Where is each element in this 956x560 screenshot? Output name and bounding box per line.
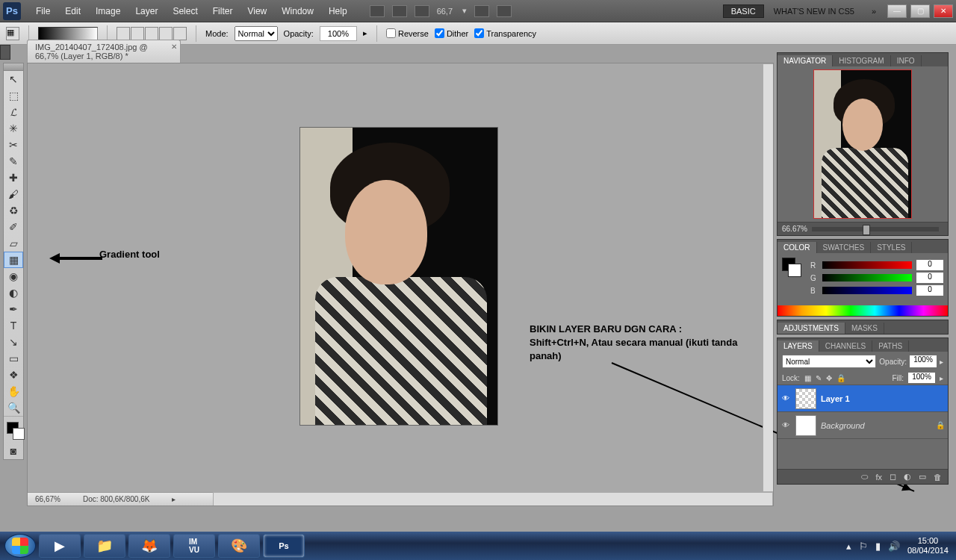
tool-shape[interactable]: ▭ [4,350,23,367]
tab-info[interactable]: INFO [891,55,922,66]
b-slider[interactable] [822,287,912,294]
layer-opacity-flyout-icon[interactable]: ▸ [940,358,943,366]
whats-new-button[interactable]: WHAT'S NEW IN CS5 [766,7,862,16]
tool-wand[interactable]: ✳ [4,120,23,137]
tool-gradient[interactable]: ▦ [4,252,23,268]
tool-pen[interactable]: ✒ [4,301,23,317]
lock-image-icon[interactable]: ✎ [816,374,822,382]
status-flyout-icon[interactable]: ▸ [172,495,176,503]
taskbar-firefox[interactable]: 🦊 [128,534,170,558]
tool-eraser[interactable]: ▱ [4,235,23,252]
b-value[interactable]: 0 [916,285,943,296]
layer-thumbnail[interactable] [795,415,816,436]
g-slider[interactable] [822,274,912,281]
tool-lasso[interactable]: 𝓛 [4,104,23,120]
menu-edit[interactable]: Edit [58,6,88,16]
opacity-field[interactable]: 100% [320,26,357,41]
canvas-image[interactable] [299,127,498,426]
view-extras-icon[interactable] [415,5,429,17]
launch-minibridge-icon[interactable] [392,5,407,17]
layer-opacity-field[interactable]: 100% [910,355,937,367]
gradient-angle-icon[interactable] [145,27,158,40]
horizontal-scrollbar[interactable] [213,492,773,505]
tool-zoom[interactable]: 🔍 [4,399,23,416]
tool-blur[interactable]: ◉ [4,268,23,284]
tool-dodge[interactable]: ◐ [4,284,23,301]
tray-action-icon[interactable]: ⚐ [859,541,868,552]
dither-checkbox[interactable]: Dither [435,28,468,38]
lock-all-icon[interactable]: 🔒 [836,374,845,382]
tool-heal[interactable]: ✚ [4,169,23,186]
tool-path[interactable]: ↘ [4,334,23,350]
gradient-preview[interactable] [38,27,98,40]
tool-type[interactable]: T [4,317,23,334]
delete-layer-icon[interactable]: 🗑 [934,473,942,482]
arrange-docs-icon[interactable] [474,5,489,17]
tool-crop[interactable]: ✂ [4,137,23,153]
status-zoom[interactable]: 66,67% [35,495,60,503]
menu-file[interactable]: File [28,6,58,16]
tab-masks[interactable]: MASKS [845,323,884,334]
visibility-icon[interactable]: 👁 [780,394,791,402]
taskbar-imvu[interactable]: IMVU [173,534,215,558]
layer-mask-icon[interactable]: ◻ [890,472,896,482]
menu-layer[interactable]: Layer [128,6,165,16]
tool-marquee[interactable]: ⬚ [4,87,23,104]
gradient-radial-icon[interactable] [131,27,144,40]
navigator-zoom[interactable]: 66.67% [782,225,807,233]
tab-layers[interactable]: LAYERS [777,340,819,352]
reverse-checkbox[interactable]: Reverse [386,28,429,38]
layer-fill-field[interactable]: 100% [908,373,935,383]
gradient-diamond-icon[interactable] [173,27,187,40]
tool-hand[interactable]: ✋ [4,383,23,399]
navigator-zoom-slider[interactable] [812,227,939,231]
window-minimize-button[interactable]: — [887,4,907,18]
taskbar-photoshop[interactable]: Ps [263,534,305,558]
start-button[interactable] [4,534,36,558]
screen-mode-icon[interactable] [497,5,512,17]
menu-help[interactable]: Help [321,6,355,16]
lock-transparent-icon[interactable]: ▦ [804,374,811,382]
taskbar-paint[interactable]: 🎨 [218,534,260,558]
r-value[interactable]: 0 [916,260,943,270]
layer-row[interactable]: 👁Layer 1 [777,385,948,412]
more-workspaces-icon[interactable]: » [864,7,884,16]
tray-up-icon[interactable]: ▴ [846,541,851,552]
layer-blend-select[interactable]: Normal [782,355,876,368]
menu-window[interactable]: Window [274,6,321,16]
adjustment-layer-icon[interactable]: ◐ [904,472,911,482]
tab-swatches[interactable]: SWATCHES [817,242,872,253]
tool-brush[interactable]: 🖌 [4,186,23,202]
navigator-thumbnail[interactable] [813,69,912,219]
tool-history[interactable]: ✐ [4,219,23,235]
tool-move[interactable]: ↖ [4,71,23,87]
document-tab[interactable]: IMG_20140407_172408.jpg @ 66,7% (Layer 1… [27,40,181,63]
gradient-reflected-icon[interactable] [159,27,173,40]
tab-paths[interactable]: PATHS [872,340,909,352]
spectrum-ramp[interactable] [777,305,948,316]
tray-volume-icon[interactable]: 🔊 [888,541,900,552]
visibility-icon[interactable]: 👁 [780,421,791,429]
tab-channels[interactable]: CHANNELS [819,340,872,352]
blend-mode-select[interactable]: Normal [235,26,278,41]
quickmask-icon[interactable]: ◙ [4,443,23,459]
tab-navigator[interactable]: NAVIGATOR [777,55,833,66]
lock-position-icon[interactable]: ✥ [826,374,832,382]
link-layers-icon[interactable]: ⬭ [861,472,868,482]
taskbar-mediaplayer[interactable]: ▶ [39,534,81,558]
layer-row[interactable]: 👁Background🔒 [777,412,948,439]
document-tab-close-icon[interactable]: ✕ [171,43,177,51]
g-value[interactable]: 0 [916,273,943,283]
transparency-checkbox[interactable]: Transparency [474,28,536,38]
r-slider[interactable] [822,261,912,269]
tab-histogram[interactable]: HISTOGRAM [833,55,890,66]
taskbar-explorer[interactable]: 📁 [84,534,125,558]
opacity-flyout-icon[interactable]: ▸ [363,28,367,38]
menu-image[interactable]: Image [88,6,128,16]
window-maximize-button[interactable]: ▢ [910,4,930,18]
color-panel-swatch[interactable] [782,258,801,277]
layer-fx-icon[interactable]: fx [875,473,882,482]
gradient-linear-icon[interactable] [117,27,130,40]
tab-styles[interactable]: STYLES [871,242,912,253]
launch-bridge-icon[interactable] [370,5,385,17]
